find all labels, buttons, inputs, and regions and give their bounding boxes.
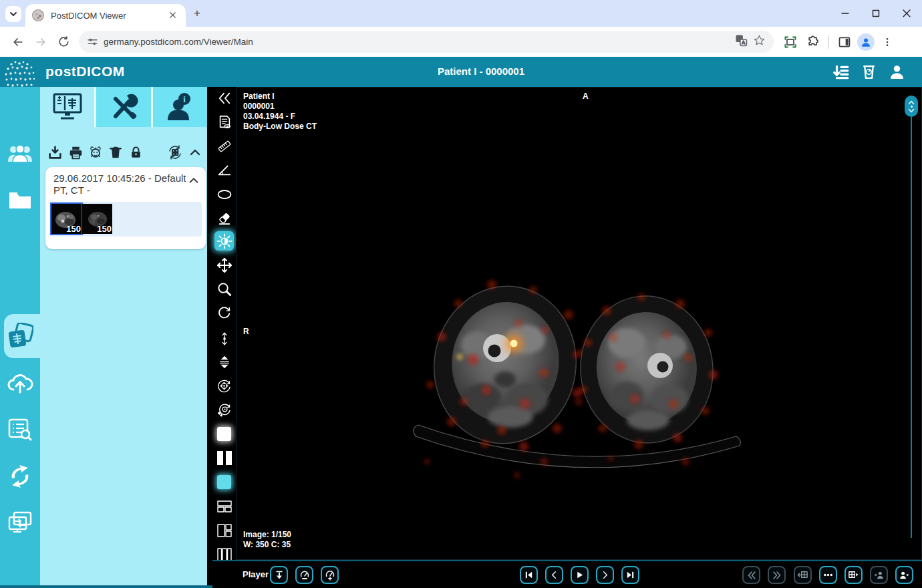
tab-title: PostDICOM Viewer [51, 11, 166, 21]
image-viewport[interactable]: Patient I 0000001 03.04.1944 - F Body-Lo… [236, 87, 922, 560]
tab-search-chevron-icon[interactable] [5, 6, 21, 22]
next-layout-button[interactable] [844, 566, 863, 584]
study-panel: i [40, 87, 207, 585]
active-viewport-icon[interactable] [214, 472, 234, 492]
series-title-line2: PT, CT - [53, 184, 187, 196]
window-center-values: W: 350 C: 35 [243, 540, 291, 550]
next-patient-button[interactable] [895, 566, 913, 584]
browser-menu-kebab-icon[interactable] [877, 32, 897, 52]
previous-image-button[interactable] [545, 566, 563, 584]
zoom-icon[interactable] [214, 279, 234, 299]
maximize-button[interactable] [861, 0, 891, 27]
thumbnail-image-count: 150 [97, 224, 112, 234]
print-icon[interactable] [67, 144, 84, 161]
play-button[interactable] [571, 566, 589, 584]
next-image-button[interactable] [596, 566, 614, 584]
recycle-bin-icon[interactable] [861, 63, 877, 83]
scroll-stack-icon[interactable] [214, 329, 234, 348]
last-image-button[interactable] [621, 566, 639, 584]
previous-patient-button[interactable] [870, 566, 888, 584]
delete-icon[interactable] [107, 144, 124, 161]
patient-birthdate-sex: 03.04.1944 - F [243, 112, 317, 122]
series-thumbnail-ct[interactable]: 150 [82, 204, 112, 234]
auto-adjust-icon[interactable] [214, 400, 234, 420]
forward-icon[interactable] [29, 31, 52, 53]
more-options-button[interactable] [819, 566, 837, 584]
stack-scroll-handle[interactable] [905, 96, 918, 117]
new-tab-button[interactable]: + [194, 7, 200, 20]
rotate-icon[interactable] [214, 303, 234, 323]
back-icon[interactable] [7, 31, 29, 53]
svg-text:i: i [184, 94, 186, 104]
ruler-icon[interactable] [214, 136, 234, 156]
user-icon[interactable] [889, 63, 905, 83]
layout-1x2-icon[interactable] [214, 448, 234, 468]
window-bottom-edge [0, 585, 212, 588]
url-field[interactable]: germany.postdicom.com/Viewer/Main 文A [79, 31, 774, 53]
sidebar-item-order-search[interactable] [0, 410, 40, 450]
profile-avatar[interactable] [857, 33, 875, 51]
reset-viewport-icon[interactable] [214, 376, 234, 396]
display-overlay-icon[interactable] [214, 112, 234, 132]
speed-down-button[interactable] [295, 566, 313, 584]
page-title: Patient I - 0000001 [40, 65, 922, 77]
browser-tab[interactable]: PostDICOM Viewer [25, 4, 186, 27]
play-direction-button[interactable] [270, 566, 288, 584]
ellipse-roi-icon[interactable] [214, 184, 234, 204]
previous-series-fast-button[interactable] [742, 566, 760, 584]
sort-download-icon[interactable] [832, 63, 850, 84]
translate-icon[interactable]: 文A [735, 34, 748, 49]
pan-icon[interactable] [214, 255, 234, 275]
stack-scroll-track[interactable] [911, 117, 912, 538]
layout-1x1-icon[interactable] [214, 424, 234, 444]
sidebar-item-patients[interactable] [0, 134, 40, 174]
series-thumbnail-pt[interactable]: 150 [51, 204, 82, 234]
minimize-button[interactable] [830, 0, 861, 27]
next-series-fast-button[interactable] [768, 566, 786, 584]
stack-sort-icon[interactable] [214, 352, 234, 372]
tab-tools[interactable] [94, 87, 150, 127]
reset-layout-icon[interactable] [166, 144, 184, 161]
panel-collapse-chevron-icon[interactable] [186, 144, 204, 161]
image-index: Image: 1/150 [243, 530, 291, 540]
sidebar-item-cloud-upload[interactable] [0, 363, 40, 403]
series-title-line1: 29.06.2017 10:45:26 - Default [53, 172, 187, 184]
first-image-button[interactable] [520, 566, 538, 584]
patient-name: Patient I [243, 92, 317, 102]
window-level-icon[interactable] [214, 231, 234, 251]
tab-close-icon[interactable] [166, 9, 179, 22]
side-panel-icon[interactable] [834, 32, 855, 52]
thumbnail-image-count: 150 [66, 224, 81, 234]
sidebar-item-sync[interactable] [0, 456, 40, 496]
close-button[interactable] [891, 0, 922, 27]
download-icon[interactable] [46, 144, 63, 161]
site-settings-icon[interactable] [87, 36, 98, 47]
url-text[interactable]: germany.postdicom.com/Viewer/Main [104, 37, 730, 47]
patient-id: 0000001 [243, 102, 317, 112]
sidebar-item-folders[interactable] [0, 180, 40, 220]
series-card: 29.06.2017 10:45:26 - Default PT, CT - 1… [45, 167, 206, 249]
player-label: Player [243, 569, 269, 579]
extensions-icon[interactable] [803, 32, 823, 52]
previous-layout-button[interactable] [794, 566, 812, 584]
sidebar-item-images[interactable] [0, 316, 40, 356]
tab-patient-info[interactable]: i [151, 87, 207, 127]
angle-icon[interactable] [214, 160, 234, 180]
lock-icon[interactable] [127, 144, 144, 161]
image-info-overlay: Image: 1/150 W: 350 C: 35 [243, 530, 291, 550]
reload-icon[interactable] [52, 31, 75, 53]
tab-study-display[interactable] [40, 87, 94, 127]
eraser-icon[interactable] [214, 208, 234, 228]
layout-grid-a-icon[interactable] [214, 496, 234, 516]
series-thumbnail-strip: 150 150 [49, 202, 202, 237]
window-controls [830, 0, 922, 27]
bookmark-star-icon[interactable] [753, 34, 766, 49]
sidebar-item-share-screens[interactable] [0, 502, 40, 543]
panel-toolbar [40, 144, 207, 164]
series-collapse-chevron-icon[interactable] [188, 175, 199, 188]
speed-up-button[interactable] [321, 566, 339, 584]
collapse-panel-icon[interactable] [214, 88, 234, 108]
layout-grid-b-icon[interactable] [214, 521, 234, 540]
screenshot-icon[interactable] [780, 32, 800, 52]
anonymize-icon[interactable] [87, 144, 104, 161]
